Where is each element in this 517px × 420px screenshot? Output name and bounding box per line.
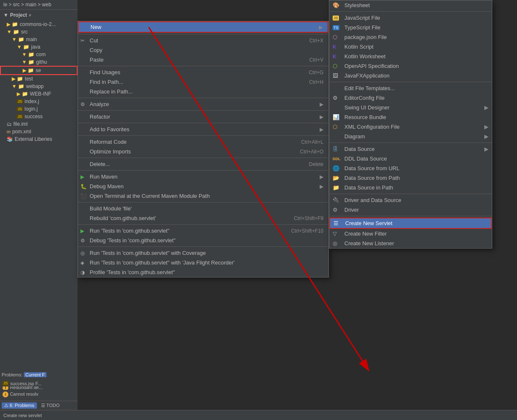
submenu-datasource-path[interactable]: 📂 Data Source from Path xyxy=(329,173,492,183)
submenu-stylesheet[interactable]: 🎨 Stylesheet xyxy=(329,0,492,10)
menu-item-reformat[interactable]: Reformat Code Ctrl+Alt+L xyxy=(78,137,328,147)
openapi-label: OpenAPI Specification xyxy=(344,63,399,69)
tree-test[interactable]: ▶ 📁 test xyxy=(0,75,78,83)
tree-pomxml[interactable]: m pom.xml xyxy=(0,128,78,135)
project-icon: ▼ xyxy=(3,12,8,18)
find-path-shortcut: Ctrl+H xyxy=(309,79,323,85)
submenu-data-source[interactable]: 🗄 Data Source ▶ xyxy=(329,144,492,154)
tree-success[interactable]: JS success xyxy=(0,113,78,120)
tree-main[interactable]: ▼ 📁 main xyxy=(0,36,78,43)
breadcrumb: le > src > main > web xyxy=(0,0,78,10)
tree-com[interactable]: ▼ 📁 com xyxy=(0,51,78,58)
submenu-swing-designer[interactable]: Swing UI Designer ▶ xyxy=(329,103,492,112)
submenu-datasource-in-path[interactable]: 📁 Data Source in Path xyxy=(329,183,492,192)
submenu-diagram[interactable]: Diagram ▶ xyxy=(329,132,492,141)
submenu-pkg-json[interactable]: ⬡ package.json File xyxy=(329,32,492,42)
submenu-editorconfig[interactable]: ⚙ EditorConfig File xyxy=(329,93,492,103)
kotlin-worksheet-icon: K xyxy=(333,53,336,60)
menu-item-new[interactable]: New ▶ xyxy=(78,21,328,33)
separator xyxy=(329,216,492,216)
run-flight-label: Run 'Tests in 'com.github.servlet'' with… xyxy=(90,259,235,266)
filter-icon: ▽ xyxy=(333,231,337,237)
folder-icon: ▼ 📁 xyxy=(22,59,34,65)
problems-tab-label: ⚠ 6: Problems xyxy=(4,403,34,408)
tree-java[interactable]: ▼ 📁 java xyxy=(0,43,78,51)
refactor-label: Refactor xyxy=(90,114,110,120)
profile-icon: ◑ xyxy=(80,270,85,275)
tree-indexj[interactable]: JS index.j xyxy=(0,98,78,105)
submenu-ts-file[interactable]: TS TypeScript File xyxy=(329,23,492,32)
submenu-new: 🎨 Stylesheet JS JavaScript File TS TypeS… xyxy=(329,0,492,249)
submenu-create-filter[interactable]: ▽ Create New Filter xyxy=(329,229,492,239)
submenu-edit-templates[interactable]: Edit File Templates... xyxy=(329,83,492,93)
tree-extlibs[interactable]: 📚 External Liberies xyxy=(0,135,78,143)
submenu-driver-datasource[interactable]: 🔌 Driver and Data Source xyxy=(329,195,492,205)
data-source-label: Data Source xyxy=(344,146,375,152)
menu-item-find-in-path[interactable]: Find in Path... Ctrl+H xyxy=(78,77,328,87)
submenu-kotlin-script[interactable]: K Kotlin Script xyxy=(329,42,492,52)
menu-item-cut[interactable]: ✂ Cut Ctrl+X xyxy=(78,36,328,45)
create-filter-label: Create New Filter xyxy=(344,231,387,237)
openapi-icon: ⬡ xyxy=(333,63,337,69)
tree-se[interactable]: ▶ 📁 se xyxy=(0,66,78,75)
submenu-ddl-source[interactable]: DDL DDL Data Source xyxy=(329,154,492,163)
submenu-create-listener[interactable]: ◎ Create New Listener xyxy=(329,239,492,248)
tab-todo[interactable]: ☰ TODO xyxy=(39,402,62,409)
resource-bundle-icon: 📊 xyxy=(333,114,339,120)
success-jsp-line: JS success.jsp F... xyxy=(0,381,78,386)
separator xyxy=(78,246,328,247)
tree-webapp[interactable]: ▼ 📁 webapp xyxy=(0,83,78,90)
tree-commons[interactable]: ▶ 📁 commons-io-2... xyxy=(0,21,78,28)
rebuild-label: Rebuild 'com.github.servlet' xyxy=(90,215,156,221)
submenu-openapi[interactable]: ⬡ OpenAPI Specification xyxy=(329,61,492,71)
menu-item-debug-maven[interactable]: 🐛 Debug Maven ▶ xyxy=(78,181,328,191)
menu-item-paste[interactable]: Paste Ctrl+V xyxy=(78,55,328,65)
reformat-label: Reformat Code xyxy=(90,139,127,145)
tree-src[interactable]: ▼ 📁 src xyxy=(0,28,78,36)
menu-item-build[interactable]: Build Module 'file' xyxy=(78,204,328,213)
menu-item-debug-tests[interactable]: ⚙ Debug 'Tests in 'com.github.servlet'' xyxy=(78,236,328,245)
submenu-js-file[interactable]: JS JavaScript File xyxy=(329,13,492,23)
submenu-datasource-url[interactable]: 🌐 Data Source from URL xyxy=(329,163,492,173)
menu-item-refactor[interactable]: Refactor ▶ xyxy=(78,112,328,122)
status-bar: Create new servlet xyxy=(0,410,517,420)
menu-item-delete[interactable]: Delete... Delete xyxy=(78,159,328,169)
menu-item-run-maven[interactable]: ▶ Run Maven ▶ xyxy=(78,172,328,181)
tree-webinf[interactable]: ▶ 📁 WEB-INF xyxy=(0,90,78,98)
menu-item-analyze[interactable]: ⚙ Analyze ▶ xyxy=(78,99,328,109)
submenu-javafx[interactable]: 🖼 JavaFXApplication xyxy=(329,71,492,80)
status-text: Create new servlet xyxy=(3,413,42,418)
menu-item-run-coverage[interactable]: ◎ Run 'Tests in 'com.github.servlet'' wi… xyxy=(78,248,328,258)
analyze-label: Analyze xyxy=(90,101,109,107)
menu-item-profile[interactable]: ◑ Profile 'Tests in 'com.github.servlet'… xyxy=(78,267,328,277)
ts-file-icon: TS xyxy=(333,25,339,30)
tree-githu[interactable]: ▼ 📁 githu xyxy=(0,58,78,66)
submenu-driver[interactable]: ⚙ Driver xyxy=(329,205,492,215)
submenu-xml-config[interactable]: ⬡ XML Configuration File ▶ xyxy=(329,122,492,132)
stylesheet-icon: 🎨 xyxy=(333,2,339,8)
submenu-kotlin-worksheet[interactable]: K Kotlin Worksheet xyxy=(329,52,492,61)
project-header[interactable]: ▼ Project ▾ xyxy=(0,10,78,21)
submenu-resource-bundle[interactable]: 📊 Resource Bundle xyxy=(329,112,492,122)
reformat-shortcut: Ctrl+Alt+L xyxy=(301,139,323,145)
folder-icon: ▶ 📁 xyxy=(12,76,23,82)
menu-item-run-flight[interactable]: ◈ Run 'Tests in 'com.github.servlet'' wi… xyxy=(78,258,328,267)
js-icon: JS xyxy=(17,99,23,104)
menu-item-favorites[interactable]: Add to Favorites ▶ xyxy=(78,124,328,134)
tree-fileiml[interactable]: 🗂 file.iml xyxy=(0,120,78,128)
find-path-label: Find in Path... xyxy=(90,79,123,85)
menu-item-replace-in-path[interactable]: Replace in Path... xyxy=(78,87,328,96)
menu-item-find-usages[interactable]: Find Usages Ctrl+G xyxy=(78,67,328,77)
menu-item-optimize[interactable]: Optimize Imports Ctrl+Alt+O xyxy=(78,147,328,156)
run-maven-icon: ▶ xyxy=(80,174,84,180)
tree-loginj[interactable]: JS login.j xyxy=(0,105,78,113)
flight-icon: ◈ xyxy=(80,260,84,266)
menu-item-rebuild[interactable]: Rebuild 'com.github.servlet' Ctrl+Shift+… xyxy=(78,213,328,223)
swing-arrow: ▶ xyxy=(484,104,489,111)
menu-item-copy[interactable]: Copy xyxy=(78,45,328,55)
menu-item-run-tests[interactable]: ▶ Run 'Tests in 'com.github.servlet'' Ct… xyxy=(78,226,328,236)
tab-problems[interactable]: ⚠ 6: Problems xyxy=(2,402,37,409)
separator xyxy=(78,66,328,66)
menu-item-open-terminal[interactable]: ⬛ Open Terminal at the Current Maven Mod… xyxy=(78,191,328,201)
submenu-create-servlet[interactable]: ☰ Create New Servlet xyxy=(329,218,492,229)
